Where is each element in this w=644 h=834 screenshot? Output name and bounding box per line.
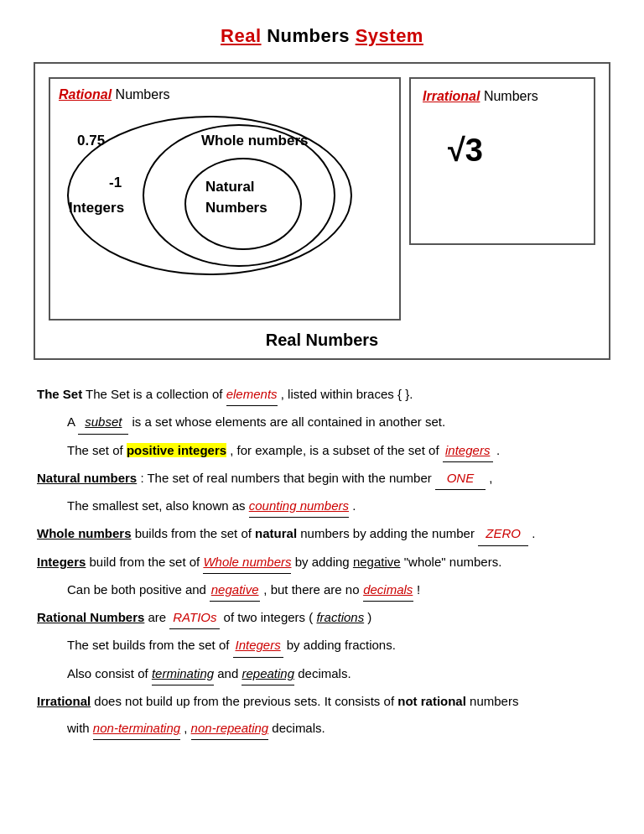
- positive-integers-highlight: positive integers: [127, 443, 226, 457]
- integers-suffix: "whole" numbers.: [404, 555, 502, 569]
- terminating-blank: terminating: [152, 663, 214, 685]
- irrational-line: Irrational does not build up from the pr…: [37, 691, 607, 712]
- rational-numbers-line: Rational Numbers are RATIOs of two integ…: [37, 607, 607, 629]
- smallest-suffix: .: [352, 498, 356, 513]
- also-consist-middle: and: [217, 666, 238, 680]
- subset-blank: subset: [78, 411, 128, 434]
- title-numbers: Numbers: [267, 25, 350, 46]
- set-builds-prefix: The set builds from the set of: [67, 638, 229, 652]
- whole-suffix: .: [532, 526, 535, 540]
- elements-blank: elements: [226, 383, 278, 406]
- subset-suffix: is a set whose elements are all containe…: [132, 414, 446, 429]
- rational-suffix: Numbers: [112, 87, 169, 102]
- pi-suffix: .: [496, 443, 500, 457]
- decimals-blank: decimals: [363, 579, 413, 602]
- title-real: Real: [221, 25, 261, 46]
- counting-numbers-blank: counting numbers: [249, 495, 349, 518]
- subset-prefix: A: [67, 414, 78, 429]
- one-blank: ONE: [435, 467, 486, 490]
- whole-middle: numbers by adding the number: [300, 526, 475, 540]
- irrational-box: Irrational Numbers √3: [409, 77, 595, 245]
- natural-prefix: : The set of real numbers that begin wit…: [140, 471, 431, 485]
- set-suffix: , listed within braces { }.: [281, 387, 413, 401]
- irrational-line-prefix: does not build up from the previous sets…: [94, 694, 394, 708]
- the-set-label: The Set: [37, 387, 82, 401]
- pi-prefix: The set of: [67, 443, 127, 457]
- set-prefix: The Set is a collection of: [86, 387, 222, 401]
- can-be-line: Can be both positive and negative , but …: [37, 579, 607, 602]
- label-075: 0.75: [77, 133, 105, 149]
- content-section: The Set The Set is a collection of eleme…: [34, 383, 610, 740]
- natural-bold: natural: [255, 526, 297, 540]
- label-neg1: -1: [109, 175, 122, 191]
- can-be-middle: , but there are no: [263, 582, 359, 597]
- integers-blank: integers: [443, 440, 493, 462]
- also-consist-suffix: decimals.: [298, 666, 351, 680]
- with-middle: ,: [184, 721, 187, 735]
- rational-numbers-heading: Rational Numbers: [37, 610, 144, 624]
- label-whole: Whole numbers: [201, 133, 309, 149]
- can-be-prefix: Can be both positive and: [67, 582, 210, 597]
- set-builds-line: The set builds from the set of Integers …: [37, 634, 607, 657]
- whole-prefix: builds from the set of: [135, 526, 252, 540]
- irrational-line-suffix: numbers: [470, 694, 518, 708]
- zero-blank: ZERO: [478, 523, 528, 545]
- also-consist-line: Also consist of terminating and repeatin…: [37, 663, 607, 685]
- whole-numbers-blank: Whole numbers: [203, 551, 291, 574]
- subset-line: A subset is a set whose elements are all…: [37, 411, 607, 434]
- whole-numbers-heading: Whole numbers: [37, 526, 132, 540]
- fractions-underline: fractions: [316, 610, 364, 624]
- set-builds-suffix: by adding fractions.: [287, 638, 396, 652]
- not-rational-bold: not rational: [397, 694, 466, 708]
- pi-middle: , for example, is a subset of the set of: [230, 443, 439, 457]
- non-terminating-blank: non-terminating: [93, 717, 180, 740]
- natural-suffix: ,: [489, 471, 492, 485]
- non-repeating-blank: non-repeating: [191, 717, 269, 740]
- integers-prefix: build from the set of: [90, 555, 200, 569]
- label-integers: Integers: [69, 200, 124, 216]
- can-be-suffix: !: [417, 582, 420, 597]
- diagram-top: Rational Numbers 0.75 -1 Integers Whole …: [49, 77, 595, 321]
- irrational-italic: Irrational: [423, 89, 480, 103]
- rational-label: Rational Numbers: [59, 87, 391, 102]
- rational-line-suffix: ): [367, 610, 371, 624]
- whole-numbers-line: Whole numbers builds from the set of nat…: [37, 523, 607, 545]
- real-numbers-label: Real Numbers: [49, 327, 595, 350]
- with-line: with non-terminating , non-repeating dec…: [37, 717, 607, 740]
- repeating-blank: repeating: [242, 663, 294, 685]
- venn-content: 0.75 -1 Integers Whole numbers Natural N…: [59, 107, 377, 300]
- sqrt3-symbol: √3: [448, 133, 582, 169]
- integers-heading: Integers: [37, 555, 86, 569]
- with-prefix: with: [67, 721, 90, 735]
- negative-underline: negative: [353, 555, 401, 569]
- smallest-set-line: The smallest set, also known as counting…: [37, 495, 607, 518]
- set-line: The Set The Set is a collection of eleme…: [37, 383, 607, 406]
- title-system: System: [356, 25, 423, 46]
- also-consist-prefix: Also consist of: [67, 666, 148, 680]
- positive-integers-line: The set of positive integers , for examp…: [37, 440, 607, 462]
- negative-blank: negative: [210, 579, 260, 602]
- label-natural: Natural: [205, 179, 255, 195]
- natural-numbers-line: Natural numbers : The set of real number…: [37, 467, 607, 490]
- ratios-blank: RATIOs: [169, 607, 220, 629]
- rational-line-middle: of two integers (: [224, 610, 314, 624]
- label-numbers-inner: Numbers: [205, 200, 267, 216]
- venn-box: Rational Numbers 0.75 -1 Integers Whole …: [49, 77, 401, 321]
- rational-line-prefix: are: [148, 610, 170, 624]
- smallest-prefix: The smallest set, also known as: [67, 498, 246, 513]
- irrational-heading: Irrational: [37, 694, 91, 708]
- diagram-container: Rational Numbers 0.75 -1 Integers Whole …: [34, 62, 610, 360]
- integers-line: Integers build from the set of Whole num…: [37, 551, 607, 574]
- integers-blank2: Integers: [233, 634, 283, 657]
- irrational-label: Irrational Numbers: [423, 89, 582, 104]
- page-title: Real Numbers System: [34, 25, 610, 47]
- with-suffix: decimals.: [272, 721, 325, 735]
- rational-italic: Rational: [59, 87, 112, 102]
- natural-numbers-heading: Natural numbers: [37, 471, 137, 485]
- irrational-suffix: Numbers: [480, 89, 538, 103]
- integers-middle: by adding: [295, 555, 350, 569]
